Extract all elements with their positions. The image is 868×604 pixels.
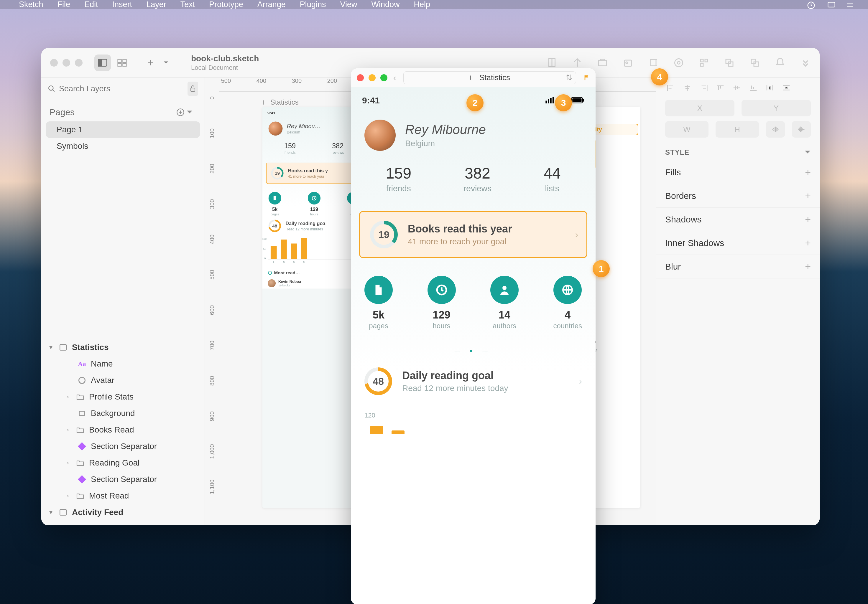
profile-avatar bbox=[364, 120, 396, 151]
toolbar-icon[interactable] bbox=[724, 57, 735, 68]
preview-artboard-select[interactable]: Statistics ⇅ bbox=[403, 71, 576, 84]
style-borders-row[interactable]: Borders+ bbox=[656, 184, 820, 208]
avatar bbox=[268, 122, 283, 136]
style-fills-row[interactable]: Fills+ bbox=[656, 161, 820, 184]
toolbar-icon[interactable] bbox=[547, 57, 557, 68]
preview-back-button[interactable]: ‹ bbox=[393, 73, 396, 83]
toolbar-icon[interactable] bbox=[673, 57, 684, 68]
page-item[interactable]: Symbols bbox=[46, 138, 200, 154]
align-bottom-icon[interactable] bbox=[748, 83, 759, 92]
daily-goal-card[interactable]: 48 Daily reading goal Read 12 more minut… bbox=[351, 363, 595, 400]
menu-help[interactable]: Help bbox=[406, 0, 437, 9]
layer-background[interactable]: Background bbox=[41, 405, 205, 422]
toolbar-components-toggle[interactable] bbox=[114, 54, 130, 71]
profile-name: Rey Mibourne bbox=[405, 122, 486, 137]
menubar-screen-icon[interactable] bbox=[826, 1, 837, 8]
menubar-sync-icon[interactable] bbox=[807, 1, 817, 8]
distribute-h-icon[interactable] bbox=[764, 83, 775, 92]
coord-x-field[interactable]: X bbox=[665, 100, 735, 116]
artboard-statistics[interactable]: 9:41 Rey MibourneBelgium 159friends 382r… bbox=[262, 107, 366, 508]
menu-layer[interactable]: Layer bbox=[139, 0, 174, 9]
layer-artboard-statistics[interactable]: ▾ Statistics bbox=[41, 339, 205, 355]
layers-search-input[interactable] bbox=[59, 84, 184, 93]
toolbar-insert-button[interactable] bbox=[142, 54, 159, 71]
menu-arrange[interactable]: Arrange bbox=[250, 0, 293, 9]
plus-icon[interactable]: + bbox=[805, 214, 811, 225]
svg-rect-5 bbox=[123, 59, 127, 62]
align-top-icon[interactable] bbox=[715, 83, 726, 92]
menu-sketch[interactable]: Sketch bbox=[12, 0, 50, 9]
svg-rect-28 bbox=[550, 98, 552, 103]
toolbar-icon[interactable] bbox=[572, 57, 583, 68]
distribute-v-icon[interactable] bbox=[781, 83, 792, 92]
oval-layer-icon bbox=[77, 375, 87, 385]
svg-point-25 bbox=[268, 271, 271, 274]
svg-rect-6 bbox=[118, 63, 121, 66]
layer-most-read[interactable]: ›Most Read bbox=[41, 488, 205, 504]
menu-edit[interactable]: Edit bbox=[77, 0, 105, 9]
style-section-header: STYLE bbox=[656, 140, 820, 161]
preview-flag-icon[interactable] bbox=[583, 74, 590, 81]
lock-icon[interactable] bbox=[188, 82, 198, 96]
artboard-icon bbox=[58, 508, 68, 517]
menu-file[interactable]: File bbox=[50, 0, 78, 9]
menu-text[interactable]: Text bbox=[174, 0, 202, 9]
style-shadows-row[interactable]: Shadows+ bbox=[656, 208, 820, 231]
chevron-right-icon: › bbox=[579, 376, 582, 386]
add-page-button[interactable] bbox=[176, 108, 186, 116]
layer-separator[interactable]: Section Separator bbox=[41, 438, 205, 455]
align-vcenter-icon[interactable] bbox=[731, 83, 742, 92]
layers-panel: Pages Page 1 Symbols ▾ Statistics AaName… bbox=[41, 77, 205, 525]
layer-profile-stats[interactable]: ›Profile Stats bbox=[41, 389, 205, 405]
toolbar-icon[interactable] bbox=[749, 57, 760, 68]
menu-plugins[interactable]: Plugins bbox=[293, 0, 333, 9]
annotation-4: 4 bbox=[651, 68, 668, 85]
preview-traffic-lights[interactable] bbox=[357, 74, 388, 81]
folder-icon bbox=[76, 458, 85, 468]
toolbar-notification-icon[interactable] bbox=[775, 57, 786, 68]
align-right-icon[interactable] bbox=[698, 83, 709, 92]
annotation-2: 2 bbox=[467, 94, 484, 111]
layer-artboard-activity[interactable]: ▾ Activity Feed bbox=[41, 504, 205, 521]
flip-v-icon[interactable] bbox=[792, 121, 811, 137]
window-traffic-lights[interactable] bbox=[50, 59, 82, 66]
books-read-card[interactable]: 19 Books read this year 41 more to reach… bbox=[359, 211, 587, 258]
plus-icon[interactable]: + bbox=[805, 237, 811, 249]
svg-rect-7 bbox=[123, 63, 127, 66]
inspector-panel: X Y W H STYLE Fills+ Borders+ Shadows+ I… bbox=[656, 77, 820, 525]
collapse-pages-icon[interactable] bbox=[186, 110, 196, 114]
coord-y-field[interactable]: Y bbox=[741, 100, 811, 116]
plus-icon[interactable]: + bbox=[805, 261, 811, 272]
layer-books-read[interactable]: ›Books Read bbox=[41, 422, 205, 438]
chevron-down-icon[interactable] bbox=[804, 150, 811, 155]
coord-h-field[interactable]: H bbox=[716, 121, 759, 137]
coord-w-field[interactable]: W bbox=[665, 121, 708, 137]
menu-view[interactable]: View bbox=[333, 0, 364, 9]
toolbar-overflow-icon[interactable] bbox=[800, 57, 811, 68]
toolbar-icon[interactable] bbox=[648, 57, 659, 68]
layer-reading-goal[interactable]: ›Reading Goal bbox=[41, 455, 205, 471]
toolbar-icon[interactable] bbox=[597, 57, 608, 68]
layer-separator[interactable]: Section Separator bbox=[41, 471, 205, 488]
plus-icon[interactable]: + bbox=[805, 167, 811, 178]
page-item[interactable]: Page 1 bbox=[46, 121, 200, 138]
menubar-reveal-icon[interactable] bbox=[846, 1, 856, 8]
align-hcenter-icon[interactable] bbox=[682, 83, 693, 92]
menu-window[interactable]: Window bbox=[364, 0, 406, 9]
svg-rect-19 bbox=[191, 88, 195, 91]
plus-icon[interactable]: + bbox=[805, 190, 811, 202]
toolbar-icon[interactable] bbox=[623, 57, 633, 68]
style-blur-row[interactable]: Blur+ bbox=[656, 255, 820, 278]
menu-insert[interactable]: Insert bbox=[105, 0, 140, 9]
toolbar-icon[interactable] bbox=[699, 57, 709, 68]
menu-prototype[interactable]: Prototype bbox=[202, 0, 250, 9]
chevron-right-icon: › bbox=[575, 230, 578, 239]
style-inner-shadows-row[interactable]: Inner Shadows+ bbox=[656, 231, 820, 255]
toolbar-inspector-toggle[interactable] bbox=[95, 54, 111, 71]
toolbar-insert-menu[interactable] bbox=[161, 54, 170, 71]
flip-h-icon[interactable] bbox=[766, 121, 785, 137]
align-left-icon[interactable] bbox=[665, 83, 676, 92]
artboard-label[interactable]: Statistics bbox=[262, 98, 299, 107]
layer-name[interactable]: AaName bbox=[41, 355, 205, 372]
layer-avatar[interactable]: Avatar bbox=[41, 372, 205, 389]
